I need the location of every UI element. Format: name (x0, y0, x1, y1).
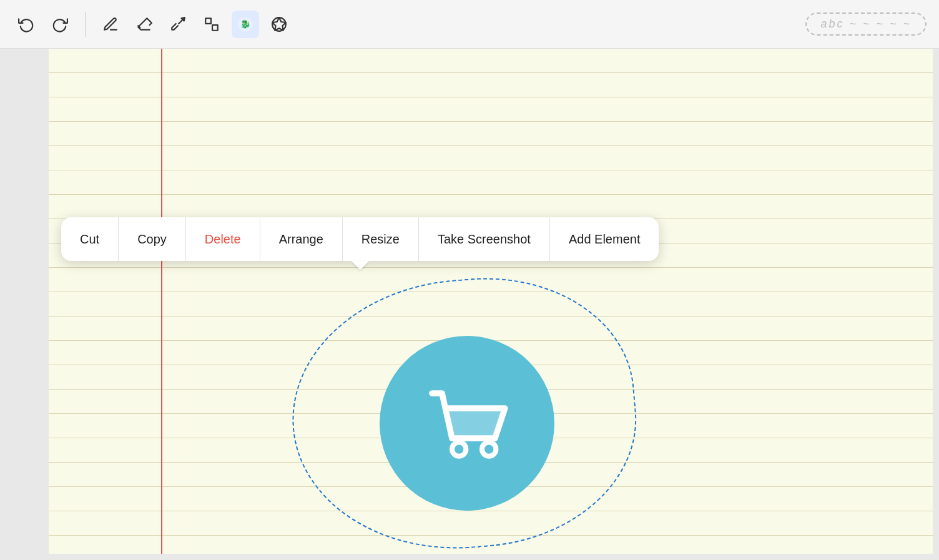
divider-1 (85, 12, 86, 37)
arrange-menu-item[interactable]: Arrange (260, 217, 343, 261)
svg-point-6 (452, 442, 466, 456)
cart-icon-circle[interactable] (380, 336, 554, 511)
favorite-tool-button[interactable] (265, 11, 293, 38)
highlighter-tool-button[interactable] (164, 11, 192, 38)
svg-rect-0 (205, 18, 211, 24)
margin-line (161, 49, 162, 554)
cut-menu-item[interactable]: Cut (61, 217, 119, 261)
svg-point-7 (482, 442, 496, 456)
context-menu: Cut Copy Delete Arrange Resize Take Scre… (61, 217, 659, 261)
ai-tool-button[interactable]: 🐉 (232, 11, 259, 38)
take-screenshot-menu-item[interactable]: Take Screenshot (419, 217, 550, 261)
redo-button[interactable] (46, 11, 74, 38)
svg-text:🐉: 🐉 (240, 18, 251, 29)
abc-label: abc ~ ~ ~ ~ ~ (805, 12, 927, 36)
delete-menu-item[interactable]: Delete (186, 217, 260, 261)
eraser-tool-button[interactable] (130, 11, 158, 38)
copy-menu-item[interactable]: Copy (119, 217, 186, 261)
add-element-menu-item[interactable]: Add Element (550, 217, 659, 261)
shape-tool-button[interactable] (198, 11, 225, 38)
toolbar: 🐉 abc ~ ~ ~ ~ ~ (0, 0, 939, 49)
canvas-area[interactable]: Cut Copy Delete Arrange Resize Take Scre… (49, 49, 933, 554)
resize-menu-item[interactable]: Resize (343, 217, 419, 261)
pen-tool-button[interactable] (97, 11, 124, 38)
svg-rect-1 (212, 25, 218, 31)
undo-button[interactable] (12, 11, 40, 38)
shopping-cart-icon (417, 373, 517, 473)
